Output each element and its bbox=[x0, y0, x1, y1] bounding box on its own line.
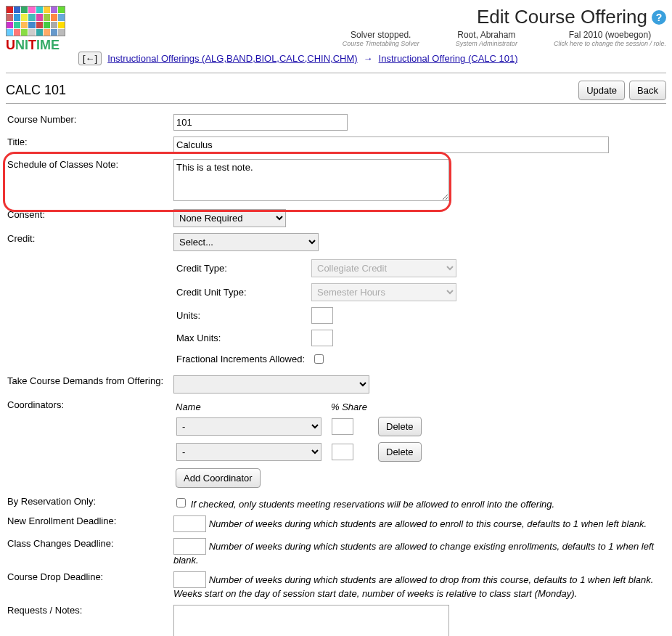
new-enroll-input[interactable] bbox=[173, 515, 206, 532]
schedule-note-textarea[interactable] bbox=[173, 159, 449, 201]
class-changes-label: Class Changes Deadline: bbox=[6, 535, 172, 568]
credit-type-label: Credit Type: bbox=[175, 257, 308, 280]
breadcrumb-back-button[interactable]: [←] bbox=[78, 52, 102, 65]
user-status-main: Root, Abraham bbox=[456, 30, 517, 40]
take-demands-label: Take Course Demands from Offering: bbox=[6, 372, 172, 396]
coord-share-header: % Share bbox=[330, 401, 375, 413]
course-drop-label: Course Drop Deadline: bbox=[6, 568, 172, 602]
fractional-checkbox[interactable] bbox=[314, 354, 324, 364]
coordinator-share-input[interactable] bbox=[332, 444, 353, 460]
units-input[interactable] bbox=[311, 307, 333, 324]
help-icon[interactable]: ? bbox=[652, 10, 666, 25]
title-label: Title: bbox=[6, 134, 172, 156]
breadcrumb: [←] Instructional Offerings (ALG,BAND,BI… bbox=[78, 52, 666, 65]
coordinators-label: Coordinators: bbox=[6, 396, 172, 493]
session-status-sub: Click here to change the session / role. bbox=[554, 40, 666, 47]
new-enroll-label: New Enrollment Deadline: bbox=[6, 513, 172, 535]
class-changes-hint: Number of weeks during which students ar… bbox=[173, 541, 654, 566]
course-number-label: Course Number: bbox=[6, 111, 172, 134]
max-units-label: Max Units: bbox=[175, 327, 308, 348]
coord-name-header: Name bbox=[175, 401, 329, 413]
new-enroll-hint: Number of weeks during which students ar… bbox=[209, 518, 647, 529]
session-status-main: Fal 2010 (woebegon) bbox=[554, 30, 666, 40]
consent-select[interactable]: None Required bbox=[173, 209, 286, 227]
credit-unit-type-select[interactable]: Semester Hours bbox=[311, 283, 456, 301]
coordinator-share-input[interactable] bbox=[332, 418, 353, 435]
requests-label: Requests / Notes: bbox=[6, 602, 172, 636]
credit-label: Credit: bbox=[6, 230, 172, 372]
course-number-input[interactable] bbox=[173, 114, 348, 131]
arrow-icon: → bbox=[364, 53, 373, 64]
by-reservation-label: By Reservation Only: bbox=[6, 493, 172, 513]
solver-status[interactable]: Solver stopped. Course Timetabling Solve… bbox=[343, 30, 419, 47]
delete-coordinator-button[interactable]: Delete bbox=[378, 417, 422, 436]
title-input[interactable] bbox=[173, 136, 609, 153]
coordinator-name-select[interactable]: - bbox=[176, 417, 321, 436]
units-label: Units: bbox=[175, 305, 308, 326]
credit-type-select[interactable]: Collegiate Credit bbox=[311, 259, 456, 277]
credit-format-select[interactable]: Select... bbox=[173, 233, 319, 251]
requests-textarea[interactable] bbox=[173, 605, 449, 636]
weeks-note-hint: Weeks start on the day of session start … bbox=[173, 588, 577, 599]
max-units-input[interactable] bbox=[311, 330, 333, 346]
breadcrumb-link-offering[interactable]: Instructional Offering (CALC 101) bbox=[379, 53, 518, 64]
course-name-heading: CALC 101 bbox=[6, 83, 66, 98]
fractional-label: Fractional Increments Allowed: bbox=[175, 350, 308, 368]
user-status[interactable]: Root, Abraham System Administrator bbox=[456, 30, 517, 47]
breadcrumb-link-offerings[interactable]: Instructional Offerings (ALG,BAND,BIOL,C… bbox=[107, 53, 357, 64]
schedule-note-label: Schedule of Classes Note: bbox=[6, 156, 172, 206]
add-coordinator-button[interactable]: Add Coordinator bbox=[176, 468, 261, 488]
course-drop-input[interactable] bbox=[173, 571, 206, 588]
page-title: Edit Course Offering bbox=[477, 6, 647, 28]
class-changes-input[interactable] bbox=[173, 538, 206, 555]
solver-status-main: Solver stopped. bbox=[343, 30, 419, 40]
unitime-logo: UNITIME bbox=[6, 6, 78, 53]
session-status[interactable]: Fal 2010 (woebegon) Click here to change… bbox=[554, 30, 666, 47]
coordinator-name-select[interactable]: - bbox=[176, 443, 321, 461]
credit-unit-type-label: Credit Unit Type: bbox=[175, 281, 308, 303]
consent-label: Consent: bbox=[6, 206, 172, 230]
by-reservation-hint: If checked, only students meeting reserv… bbox=[191, 499, 555, 510]
user-status-sub: System Administrator bbox=[456, 40, 517, 47]
course-drop-hint: Number of weeks during which students ar… bbox=[209, 574, 654, 585]
solver-status-sub: Course Timetabling Solver bbox=[343, 40, 419, 47]
update-button[interactable]: Update bbox=[578, 81, 625, 100]
take-demands-select[interactable] bbox=[173, 375, 369, 394]
delete-coordinator-button[interactable]: Delete bbox=[378, 442, 422, 462]
by-reservation-checkbox[interactable] bbox=[176, 498, 186, 507]
back-button[interactable]: Back bbox=[629, 81, 666, 100]
